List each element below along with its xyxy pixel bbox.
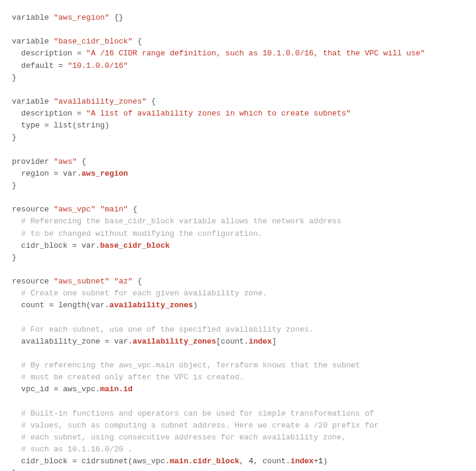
code-line: region = var.aws_region — [12, 169, 128, 178]
code-line: availability_zone = var.availability_zon… — [12, 337, 277, 346]
code-comment: # such as 10.1.16.0/20 . — [12, 445, 133, 454]
code-line: } — [12, 73, 17, 82]
code-line: description = "A /16 CIDR range definiti… — [12, 49, 425, 58]
code-comment: # By referencing the aws_vpc.main object… — [12, 361, 360, 370]
code-comment: # Referencing the base_cidr_block variab… — [12, 217, 342, 226]
code-line: variable "aws_region" {} — [12, 13, 123, 22]
code-line: provider "aws" { — [12, 157, 86, 166]
code-line: resource "aws_vpc" "main" { — [12, 205, 137, 214]
code-line: variable "base_cidr_block" { — [12, 37, 142, 46]
code-line: description = "A list of availability zo… — [12, 109, 351, 118]
code-comment: # Built-in functions and operators can b… — [12, 409, 374, 418]
code-line: count = length(var.availability_zones) — [12, 301, 198, 310]
code-comment: # values, such as computing a subnet add… — [12, 421, 378, 430]
code-comment: # each subnet, using consecutive address… — [12, 433, 346, 442]
code-comment: # Create one subnet for each given avail… — [12, 289, 267, 298]
code-line: default = "10.1.0.0/16" — [12, 61, 128, 70]
code-comment: # For each subnet, use one of the specif… — [12, 325, 314, 334]
code-line: } — [12, 469, 17, 471]
code-line: } — [12, 253, 17, 262]
code-line: type = list(string) — [12, 121, 109, 130]
code-block: variable "aws_region" {} variable "base_… — [12, 12, 464, 471]
code-line: cidr_block = cidrsubnet(aws_vpc.main.cid… — [12, 457, 328, 466]
code-line: resource "aws_subnet" "az" { — [12, 277, 142, 286]
code-line: } — [12, 133, 17, 142]
code-comment: # to be changed without modifying the co… — [12, 229, 262, 238]
code-line: } — [12, 181, 17, 190]
code-line: vpc_id = aws_vpc.main.id — [12, 385, 133, 394]
code-line: variable "availability_zones" { — [12, 97, 156, 106]
code-line: cidr_block = var.base_cidr_block — [12, 241, 170, 250]
code-comment: # must be created only after the VPC is … — [12, 373, 244, 382]
